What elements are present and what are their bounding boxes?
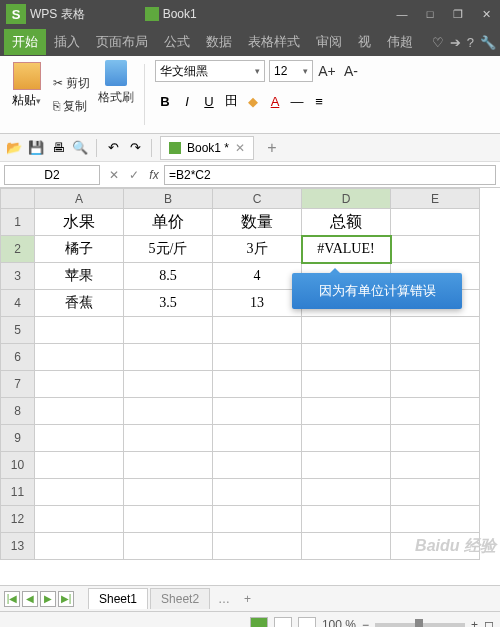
- font-name-select[interactable]: 华文细黑▾: [155, 60, 265, 82]
- cell-D2[interactable]: #VALUE!: [302, 236, 391, 263]
- cell-B13[interactable]: [124, 533, 213, 560]
- decrease-font-button[interactable]: A-: [341, 61, 361, 81]
- cell-D12[interactable]: [302, 506, 391, 533]
- menu-table-style[interactable]: 表格样式: [240, 29, 308, 55]
- fill-color-button[interactable]: ◆: [243, 91, 263, 111]
- doc-tab-close[interactable]: ✕: [235, 141, 245, 155]
- cell-C10[interactable]: [213, 452, 302, 479]
- cell-C6[interactable]: [213, 344, 302, 371]
- increase-font-button[interactable]: A+: [317, 61, 337, 81]
- cell-B4[interactable]: 3.5: [124, 290, 213, 317]
- select-all-corner[interactable]: [1, 189, 35, 209]
- sheet-tab-2[interactable]: Sheet2: [150, 588, 210, 609]
- undo-icon[interactable]: ↶: [105, 140, 121, 156]
- cell-B3[interactable]: 8.5: [124, 263, 213, 290]
- new-tab-button[interactable]: +: [260, 136, 284, 160]
- cell-E6[interactable]: [391, 344, 480, 371]
- col-header-A[interactable]: A: [35, 189, 124, 209]
- print-icon[interactable]: 🖶: [50, 140, 66, 156]
- cell-D5[interactable]: [302, 317, 391, 344]
- sheet-nav-first[interactable]: |◀: [4, 591, 20, 607]
- font-size-select[interactable]: 12▾: [269, 60, 313, 82]
- cell-B11[interactable]: [124, 479, 213, 506]
- cell-B2[interactable]: 5元/斤: [124, 236, 213, 263]
- sheet-more[interactable]: …: [212, 590, 236, 608]
- share-icon[interactable]: ➔: [450, 35, 461, 50]
- cell-C9[interactable]: [213, 425, 302, 452]
- format-painter-button[interactable]: 格式刷: [98, 89, 134, 106]
- col-header-B[interactable]: B: [124, 189, 213, 209]
- row-header-5[interactable]: 5: [1, 317, 35, 344]
- border-button[interactable]: 田: [221, 91, 241, 111]
- maximize-button[interactable]: ❐: [444, 2, 472, 26]
- cell-A13[interactable]: [35, 533, 124, 560]
- row-header-1[interactable]: 1: [1, 209, 35, 236]
- cell-E7[interactable]: [391, 371, 480, 398]
- view-page-button[interactable]: [274, 617, 292, 628]
- col-header-D[interactable]: D: [302, 189, 391, 209]
- italic-button[interactable]: I: [177, 91, 197, 111]
- menu-start[interactable]: 开始: [4, 29, 46, 55]
- menu-user[interactable]: 伟超: [379, 29, 421, 55]
- zoom-out-button[interactable]: −: [362, 618, 369, 628]
- cell-E8[interactable]: [391, 398, 480, 425]
- cell-C13[interactable]: [213, 533, 302, 560]
- menu-page-layout[interactable]: 页面布局: [88, 29, 156, 55]
- line2-button[interactable]: ≡: [309, 91, 329, 111]
- zoom-dialog-button[interactable]: ◻: [484, 618, 494, 628]
- cell-E2[interactable]: [391, 236, 480, 263]
- zoom-slider[interactable]: [375, 623, 465, 627]
- cell-A6[interactable]: [35, 344, 124, 371]
- cell-A5[interactable]: [35, 317, 124, 344]
- cell-C4[interactable]: 13: [213, 290, 302, 317]
- row-header-11[interactable]: 11: [1, 479, 35, 506]
- line1-button[interactable]: —: [287, 91, 307, 111]
- copy-button[interactable]: ⎘复制: [53, 98, 90, 115]
- cell-C2[interactable]: 3斤: [213, 236, 302, 263]
- open-icon[interactable]: 📂: [6, 140, 22, 156]
- cell-A7[interactable]: [35, 371, 124, 398]
- col-header-C[interactable]: C: [213, 189, 302, 209]
- row-header-7[interactable]: 7: [1, 371, 35, 398]
- row-header-13[interactable]: 13: [1, 533, 35, 560]
- cell-A1[interactable]: 水果: [35, 209, 124, 236]
- row-header-8[interactable]: 8: [1, 398, 35, 425]
- redo-icon[interactable]: ↷: [127, 140, 143, 156]
- cell-E10[interactable]: [391, 452, 480, 479]
- cell-A12[interactable]: [35, 506, 124, 533]
- cancel-formula-button[interactable]: ✕: [104, 168, 124, 182]
- save-icon[interactable]: 💾: [28, 140, 44, 156]
- sheet-nav-last[interactable]: ▶|: [58, 591, 74, 607]
- cell-A4[interactable]: 香蕉: [35, 290, 124, 317]
- cell-B10[interactable]: [124, 452, 213, 479]
- menu-review[interactable]: 审阅: [308, 29, 350, 55]
- zoom-in-button[interactable]: +: [471, 618, 478, 628]
- sheet-add-button[interactable]: +: [238, 590, 257, 608]
- cell-D8[interactable]: [302, 398, 391, 425]
- cell-D6[interactable]: [302, 344, 391, 371]
- sheet-nav-next[interactable]: ▶: [40, 591, 56, 607]
- spreadsheet-grid[interactable]: A B C D E 1水果单价数量总额2橘子5元/斤3斤#VALUE!3苹果8.…: [0, 188, 480, 560]
- heart-icon[interactable]: ♡: [432, 35, 444, 50]
- cell-E11[interactable]: [391, 479, 480, 506]
- row-header-2[interactable]: 2: [1, 236, 35, 263]
- cell-C8[interactable]: [213, 398, 302, 425]
- close-button[interactable]: ✕: [472, 2, 500, 26]
- cell-B6[interactable]: [124, 344, 213, 371]
- view-break-button[interactable]: [298, 617, 316, 628]
- paste-button[interactable]: 粘贴▾: [8, 60, 45, 111]
- preview-icon[interactable]: 🔍: [72, 140, 88, 156]
- cell-E13[interactable]: [391, 533, 480, 560]
- cell-C5[interactable]: [213, 317, 302, 344]
- row-header-10[interactable]: 10: [1, 452, 35, 479]
- accept-formula-button[interactable]: ✓: [124, 168, 144, 182]
- cell-D1[interactable]: 总额: [302, 209, 391, 236]
- font-color-button[interactable]: A: [265, 91, 285, 111]
- cell-B7[interactable]: [124, 371, 213, 398]
- row-header-4[interactable]: 4: [1, 290, 35, 317]
- cell-B1[interactable]: 单价: [124, 209, 213, 236]
- cell-A9[interactable]: [35, 425, 124, 452]
- cell-D10[interactable]: [302, 452, 391, 479]
- cell-C3[interactable]: 4: [213, 263, 302, 290]
- cell-A2[interactable]: 橘子: [35, 236, 124, 263]
